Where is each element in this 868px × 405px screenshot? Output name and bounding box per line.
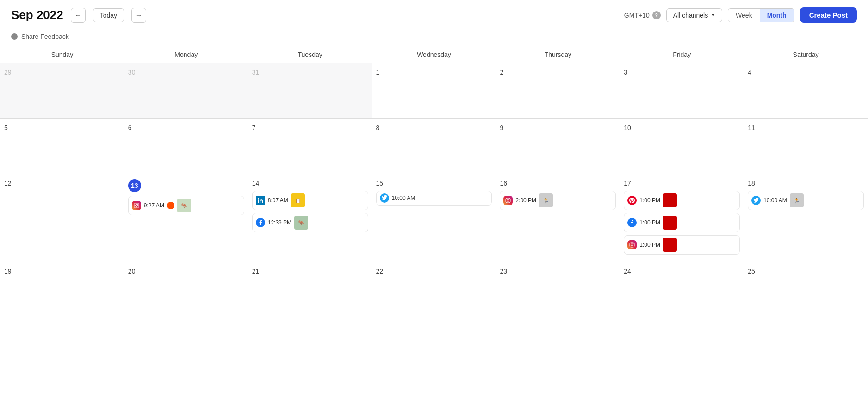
cal-cell-sep22: 22	[372, 262, 496, 318]
week-view-button[interactable]: Week	[728, 9, 760, 22]
day-header-sunday: Sunday	[0, 46, 124, 63]
today-day-number: 13	[128, 179, 141, 192]
channels-label: All channels	[673, 12, 708, 19]
cal-cell-aug29: 29	[0, 63, 124, 119]
facebook-icon	[256, 218, 265, 227]
day-number: 7	[252, 124, 256, 131]
twitter-icon	[751, 196, 761, 205]
svg-point-4	[507, 199, 509, 202]
day-number: 16	[500, 180, 507, 187]
app-container: Sep 2022 ← Today → GMT+10 ? All channels…	[0, 0, 868, 374]
day-header-saturday: Saturday	[744, 46, 868, 63]
view-toggle: Week Month	[728, 8, 794, 22]
cal-cell-sep12: 12	[0, 174, 124, 262]
svg-point-5	[509, 199, 510, 200]
cal-cell-sep11: 11	[744, 119, 868, 174]
event-card-sep14-1[interactable]: 8:07 AM 📋	[252, 191, 368, 210]
event-time: 1:00 PM	[639, 242, 660, 248]
instagram-icon	[627, 240, 637, 249]
twitter-icon	[380, 193, 389, 203]
cal-cell-sep4: 4	[744, 63, 868, 119]
day-header-friday: Friday	[620, 46, 744, 63]
day-number: 23	[500, 268, 507, 275]
today-button[interactable]: Today	[93, 8, 124, 22]
header-right: GMT+10 ? All channels ▼ Week Month Creat…	[624, 7, 857, 23]
cal-cell-sep19: 19	[0, 262, 124, 318]
day-header-tuesday: Tuesday	[248, 46, 372, 63]
cal-cell-sep3: 3	[620, 63, 744, 119]
timezone-display: GMT+10 ?	[624, 11, 661, 19]
event-time: 2:00 PM	[515, 197, 536, 204]
event-thumbnail: 🦘	[294, 216, 308, 230]
instagram-icon	[132, 201, 141, 210]
event-card-sep17-1[interactable]: 1:00 PM	[624, 191, 740, 210]
event-time: 1:00 PM	[639, 219, 660, 226]
day-header-wednesday: Wednesday	[372, 46, 496, 63]
cal-cell-sep13: 13 9:27 AM 🦘	[124, 174, 248, 262]
day-number: 24	[624, 268, 631, 275]
event-card-sep14-2[interactable]: 12:39 PM 🦘	[252, 213, 368, 232]
event-card-sep15-1[interactable]: 10:00 AM	[376, 191, 492, 206]
cal-cell-sep9: 9	[496, 119, 620, 174]
day-number: 17	[624, 180, 631, 187]
event-card-sep16-1[interactable]: 2:00 PM 🏃	[500, 191, 616, 210]
event-card-sep17-2[interactable]: 1:00 PM	[624, 213, 740, 232]
event-time: 10:00 AM	[763, 197, 787, 204]
cal-cell-sep20: 20	[124, 262, 248, 318]
facebook-icon	[627, 218, 637, 227]
calendar-grid: Sunday Monday Tuesday Wednesday Thursday…	[0, 46, 868, 374]
timezone-label: GMT+10	[624, 12, 650, 19]
feedback-label[interactable]: Share Feedback	[21, 33, 69, 40]
event-card-sep13-1[interactable]: 9:27 AM 🦘	[128, 196, 244, 215]
day-number: 15	[376, 180, 384, 187]
timezone-help-icon[interactable]: ?	[652, 11, 661, 19]
svg-rect-6	[630, 243, 634, 247]
event-time: 8:07 AM	[268, 197, 288, 204]
cal-cell-sep5: 5	[0, 119, 124, 174]
prev-month-button[interactable]: ←	[71, 8, 86, 23]
event-card-sep17-3[interactable]: 1:00 PM	[624, 235, 740, 255]
next-month-button[interactable]: →	[131, 8, 146, 23]
event-time: 12:39 PM	[268, 219, 291, 226]
event-time: 1:00 PM	[639, 197, 660, 204]
create-post-button[interactable]: Create Post	[800, 7, 857, 23]
svg-rect-3	[506, 198, 510, 203]
calendar-header-row: Sunday Monday Tuesday Wednesday Thursday…	[0, 46, 868, 63]
event-thumbnail: 📋	[291, 193, 305, 207]
calendar-body: 29 30 31 1 2 3 4 5	[0, 63, 868, 374]
cal-cell-sep10: 10	[620, 119, 744, 174]
month-title: Sep 2022	[11, 8, 63, 22]
cal-cell-sep1: 1	[372, 63, 496, 119]
day-number: 6	[128, 124, 132, 131]
day-number: 19	[4, 268, 12, 275]
chevron-down-icon: ▼	[711, 12, 715, 18]
cal-cell-sep8: 8	[372, 119, 496, 174]
day-number: 30	[128, 69, 136, 76]
instagram-icon	[503, 196, 513, 205]
day-number: 31	[252, 69, 260, 76]
feedback-bar: Share Feedback	[0, 30, 868, 46]
day-header-monday: Monday	[124, 46, 248, 63]
event-card-sep18-1[interactable]: 10:00 AM 🏃	[748, 191, 864, 210]
month-view-button[interactable]: Month	[760, 9, 794, 22]
cal-cell-sep18: 18 10:00 AM 🏃	[744, 174, 868, 262]
channels-dropdown[interactable]: All channels ▼	[666, 8, 722, 22]
feedback-dot-icon	[11, 33, 18, 40]
day-number: 12	[4, 180, 12, 187]
day-number: 2	[500, 69, 503, 76]
pinterest-icon	[627, 196, 637, 205]
cal-cell-sep17: 17 1:00 PM 1:00 PM	[620, 174, 744, 262]
cal-cell-aug30: 30	[124, 63, 248, 119]
cal-cell-sep15: 15 10:00 AM	[372, 174, 496, 262]
svg-point-7	[631, 244, 633, 246]
cal-cell-sep16: 16 2:00 PM 🏃	[496, 174, 620, 262]
event-thumbnail	[663, 216, 677, 230]
event-thumbnail	[663, 238, 677, 252]
cal-cell-sep14: 14 8:07 AM 📋 12:39 PM 🦘	[248, 174, 372, 262]
svg-point-8	[633, 243, 634, 244]
event-thumbnail: 🏃	[539, 193, 553, 207]
cal-cell-sep21: 21	[248, 262, 372, 318]
day-number: 25	[748, 268, 755, 275]
event-thumbnail	[663, 193, 677, 207]
cal-cell-sep24: 24	[620, 262, 744, 318]
